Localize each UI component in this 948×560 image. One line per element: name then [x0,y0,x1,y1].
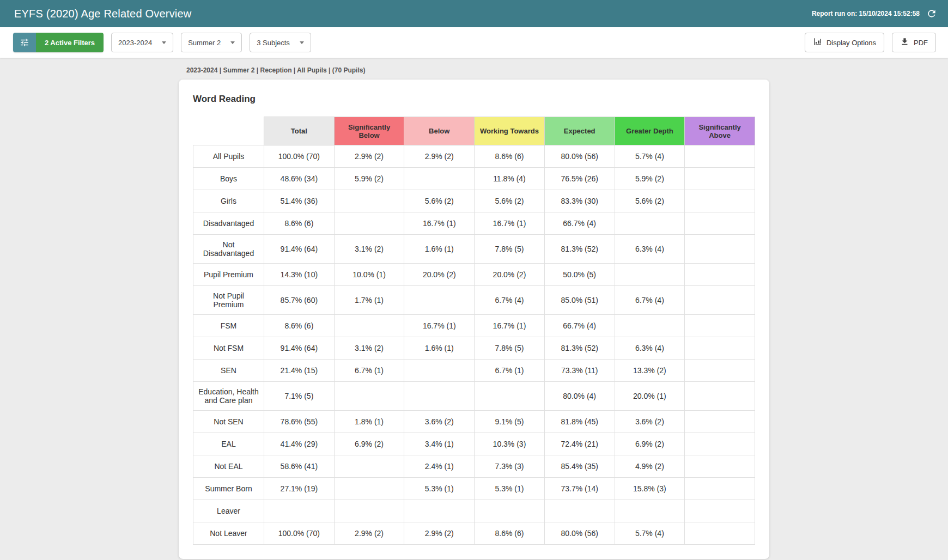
download-icon [900,37,909,48]
data-cell [615,315,685,337]
data-cell [334,315,404,337]
data-cell: 100.0% (70) [264,145,335,168]
data-cell: 51.4% (36) [264,190,335,212]
data-cell [685,212,755,235]
table-row: Pupil Premium14.3% (10)10.0% (1)20.0% (2… [193,264,755,286]
data-cell [685,264,755,286]
table-row: EAL41.4% (29)6.9% (2)3.4% (1)10.3% (3)72… [193,433,755,455]
subjects-dropdown[interactable]: 3 Subjects [250,33,311,52]
pdf-button[interactable]: PDF [892,33,936,52]
data-cell [264,500,335,522]
data-cell: 27.1% (19) [264,478,335,500]
data-cell [685,382,755,411]
data-cell [685,337,755,360]
data-cell: 8.6% (6) [475,145,545,168]
data-cell: 85.4% (35) [544,455,615,478]
data-cell: 6.3% (4) [615,337,685,360]
data-cell: 13.3% (2) [615,360,685,382]
data-cell: 85.0% (51) [544,286,615,315]
data-cell [334,478,404,500]
data-cell: 1.6% (1) [404,235,475,264]
data-cell [685,315,755,337]
data-cell [475,382,545,411]
column-header-greater-depth: Greater Depth [615,117,685,145]
table-row: Not EAL58.6% (41)2.4% (1)7.3% (3)85.4% (… [193,455,755,478]
data-cell: 81.8% (45) [544,411,615,433]
data-cell [475,500,545,522]
data-cell: 5.6% (2) [404,190,475,212]
data-cell [404,500,475,522]
data-cell: 4.9% (2) [615,455,685,478]
data-cell [685,360,755,382]
row-label: EAL [193,433,264,455]
data-cell: 5.9% (2) [615,168,685,190]
data-cell: 16.7% (1) [475,212,545,235]
data-cell: 3.1% (2) [334,235,404,264]
table-row: Girls51.4% (36)5.6% (2)5.6% (2)83.3% (30… [193,190,755,212]
row-label: Not FSM [193,337,264,360]
toolbar-left: 2 Active Filters 2023-2024 Summer 2 3 Su… [13,33,311,52]
table-row: Not SEN78.6% (55)1.8% (1)3.6% (2)9.1% (5… [193,411,755,433]
data-cell [404,360,475,382]
data-cell: 100.0% (70) [264,522,335,545]
data-cell [334,212,404,235]
term-dropdown[interactable]: Summer 2 [181,33,242,52]
data-cell: 91.4% (64) [264,235,335,264]
data-cell: 1.6% (1) [404,337,475,360]
data-cell: 2.9% (2) [334,522,404,545]
data-cell: 6.9% (2) [334,433,404,455]
data-cell [685,286,755,315]
bar-chart-icon [813,37,822,48]
data-cell: 20.0% (2) [475,264,545,286]
column-header-expected: Expected [544,117,615,145]
data-cell [334,190,404,212]
row-label: All Pupils [193,145,264,168]
column-header-below: Below [404,117,475,145]
active-filters-label: 2 Active Filters [36,33,104,52]
top-bar-right: Report run on: 15/10/2024 15:52:58 [812,8,937,19]
data-cell: 6.7% (1) [475,360,545,382]
active-filters-button[interactable]: 2 Active Filters [13,33,104,52]
column-header-significantly-above: Significantly Above [685,117,755,145]
filter-sliders-icon[interactable] [13,33,36,52]
data-cell: 8.6% (6) [264,315,335,337]
data-cell [334,382,404,411]
toolbar-right: Display Options PDF [805,33,936,52]
table-row: Not Disadvantaged91.4% (64)3.1% (2)1.6% … [193,235,755,264]
data-cell: 6.9% (2) [615,433,685,455]
data-cell: 6.7% (1) [334,360,404,382]
chevron-down-icon [300,41,304,44]
data-cell: 78.6% (55) [264,411,335,433]
data-cell: 76.5% (26) [544,168,615,190]
data-cell: 72.4% (21) [544,433,615,455]
data-cell: 20.0% (2) [404,264,475,286]
data-cell: 5.6% (2) [615,190,685,212]
data-cell: 10.3% (3) [475,433,545,455]
data-cell: 16.7% (1) [404,212,475,235]
data-cell: 7.3% (3) [475,455,545,478]
data-cell [404,168,475,190]
data-cell [404,286,475,315]
data-cell [685,145,755,168]
year-dropdown[interactable]: 2023-2024 [111,33,173,52]
data-cell [404,382,475,411]
top-bar: EYFS (2020) Age Related Overview Report … [0,0,948,27]
data-cell: 8.6% (6) [264,212,335,235]
report-run-timestamp: Report run on: 15/10/2024 15:52:58 [812,10,920,17]
display-options-button[interactable]: Display Options [805,33,884,52]
data-cell [685,190,755,212]
table-row: Disadvantaged8.6% (6)16.7% (1)16.7% (1)6… [193,212,755,235]
data-cell: 2.9% (2) [334,145,404,168]
table-row: Education, Health and Care plan7.1% (5)8… [193,382,755,411]
data-cell [685,168,755,190]
data-cell: 7.8% (5) [475,337,545,360]
row-label: Not Leaver [193,522,264,545]
row-label: Pupil Premium [193,264,264,286]
refresh-icon[interactable] [926,8,937,19]
breadcrumb: 2023-2024 | Summer 2 | Reception | All P… [186,66,769,74]
data-cell: 5.7% (4) [615,522,685,545]
data-cell: 81.3% (52) [544,337,615,360]
data-cell: 5.6% (2) [475,190,545,212]
pdf-label: PDF [914,39,928,47]
data-cell: 66.7% (4) [544,315,615,337]
